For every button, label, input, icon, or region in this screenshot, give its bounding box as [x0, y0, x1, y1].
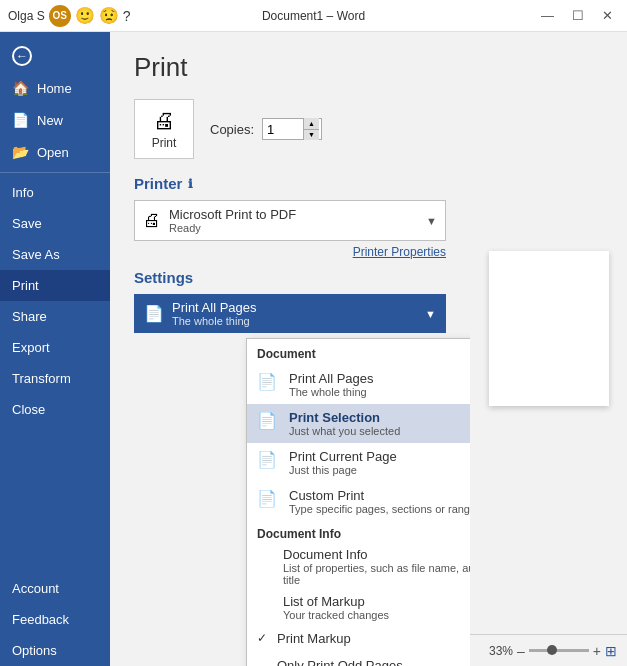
- print-options-dropdown: Document 📄 Print All Pages The whole thi…: [246, 338, 470, 666]
- custom-print-option[interactable]: 📄 Custom Print Type specific pages, sect…: [247, 482, 470, 521]
- zoom-slider[interactable]: [529, 649, 589, 652]
- sidebar-label-print: Print: [12, 278, 39, 293]
- print-current-title: Print Current Page: [289, 449, 470, 464]
- print-all-pages-option[interactable]: 📄 Print All Pages The whole thing: [247, 365, 470, 404]
- settings-dropdown[interactable]: 📄 Print All Pages The whole thing ▼: [134, 294, 446, 333]
- print-markup-text: Print Markup: [277, 631, 470, 646]
- print-current-page-option[interactable]: 📄 Print Current Page Just this page: [247, 443, 470, 482]
- print-markup-checkmark: ✓: [257, 631, 273, 645]
- settings-sub-label: The whole thing: [172, 315, 425, 327]
- print-all-icon: 📄: [257, 372, 281, 391]
- content-area: Print 🖨 Print Copies: ▲ ▼: [110, 32, 627, 666]
- print-current-icon: 📄: [257, 450, 281, 469]
- printer-selector[interactable]: 🖨 Microsoft Print to PDF Ready ▼: [134, 200, 446, 241]
- sidebar-item-share[interactable]: Share: [0, 301, 110, 332]
- sidebar-item-close[interactable]: Close: [0, 394, 110, 425]
- print-panel: Print 🖨 Print Copies: ▲ ▼: [110, 32, 470, 666]
- document-section-header: Document: [247, 339, 470, 365]
- custom-print-desc: Type specific pages, sections or ranges: [289, 503, 470, 515]
- sidebar-label-options: Options: [12, 643, 57, 658]
- window-title: Document1 – Word: [262, 9, 365, 23]
- sidebar-item-open[interactable]: 📂 Open: [0, 136, 110, 168]
- print-button[interactable]: 🖨 Print: [134, 99, 194, 159]
- sidebar-item-export[interactable]: Export: [0, 332, 110, 363]
- settings-dropdown-text: Print All Pages The whole thing: [172, 300, 425, 327]
- custom-print-text: Custom Print Type specific pages, sectio…: [289, 488, 470, 515]
- home-icon: 🏠: [12, 80, 29, 96]
- sidebar-divider: [0, 172, 110, 173]
- user-area: Olga S OS 🙂 😟 ?: [8, 5, 130, 27]
- odd-pages-option[interactable]: Only Print Odd Pages: [247, 652, 470, 666]
- help-icon[interactable]: ?: [123, 8, 131, 24]
- copies-down-button[interactable]: ▼: [303, 130, 319, 141]
- print-all-text: Print All Pages The whole thing: [289, 371, 470, 398]
- document-info-option[interactable]: Document Info List of properties, such a…: [247, 543, 470, 590]
- close-window-button[interactable]: ✕: [596, 6, 619, 25]
- zoom-in-button[interactable]: +: [593, 643, 601, 659]
- doc-info-section-header: Document Info: [247, 521, 470, 543]
- user-name: Olga S: [8, 9, 45, 23]
- copies-up-button[interactable]: ▲: [303, 118, 319, 130]
- avatar: OS: [49, 5, 71, 27]
- sidebar: ← 🏠 Home 📄 New 📂 Open Info Save Save As …: [0, 32, 110, 666]
- print-btn-label: Print: [152, 136, 177, 150]
- list-markup-desc: Your tracked changes: [283, 609, 470, 621]
- odd-pages-text: Only Print Odd Pages: [277, 658, 470, 666]
- sidebar-label-close: Close: [12, 402, 45, 417]
- printer-icon: 🖨: [153, 108, 175, 134]
- zoom-control: 33% – + ⊞: [489, 643, 617, 659]
- sidebar-item-save-as[interactable]: Save As: [0, 239, 110, 270]
- copies-spinner: ▲ ▼: [303, 118, 319, 140]
- sidebar-item-print[interactable]: Print: [0, 270, 110, 301]
- sidebar-label-open: Open: [37, 145, 69, 160]
- sidebar-label-info: Info: [12, 185, 34, 200]
- sidebar-label-share: Share: [12, 309, 47, 324]
- sidebar-label-account: Account: [12, 581, 59, 596]
- sidebar-item-save[interactable]: Save: [0, 208, 110, 239]
- document-info-text: Document Info List of properties, such a…: [283, 547, 470, 586]
- sidebar-item-info[interactable]: Info: [0, 177, 110, 208]
- sidebar-label-save: Save: [12, 216, 42, 231]
- list-of-markup-option[interactable]: List of Markup Your tracked changes: [247, 590, 470, 625]
- print-selection-desc: Just what you selected: [289, 425, 470, 437]
- app-body: ← 🏠 Home 📄 New 📂 Open Info Save Save As …: [0, 32, 627, 666]
- print-selection-icon: 📄: [257, 411, 281, 430]
- sidebar-item-options[interactable]: Options: [0, 635, 110, 666]
- print-markup-label: Print Markup: [277, 631, 470, 646]
- maximize-button[interactable]: ☐: [566, 6, 590, 25]
- print-selection-option[interactable]: 📄 Print Selection Just what you selected: [247, 404, 470, 443]
- print-preview-area: [470, 32, 627, 634]
- printer-name: Microsoft Print to PDF: [169, 207, 426, 222]
- back-button[interactable]: ←: [0, 40, 110, 72]
- sidebar-item-account[interactable]: Account: [0, 573, 110, 604]
- page-title: Print: [134, 52, 446, 83]
- custom-print-title: Custom Print: [289, 488, 470, 503]
- print-selection-title: Print Selection: [289, 410, 470, 425]
- sidebar-item-new[interactable]: 📄 New: [0, 104, 110, 136]
- copies-input[interactable]: [263, 122, 303, 137]
- print-selection-text: Print Selection Just what you selected: [289, 410, 470, 437]
- print-button-area: 🖨 Print Copies: ▲ ▼: [134, 99, 446, 159]
- list-markup-title: List of Markup: [283, 594, 470, 609]
- settings-dropdown-arrow-icon: ▼: [425, 308, 436, 320]
- info-icon[interactable]: ℹ: [188, 177, 193, 191]
- print-markup-option[interactable]: ✓ Print Markup: [247, 625, 470, 652]
- zoom-out-button[interactable]: –: [517, 643, 525, 659]
- back-arrow-icon: ←: [12, 46, 32, 66]
- sidebar-item-home[interactable]: 🏠 Home: [0, 72, 110, 104]
- sidebar-label-new: New: [37, 113, 63, 128]
- sidebar-item-transform[interactable]: Transform: [0, 363, 110, 394]
- zoom-percent-label: 33%: [489, 644, 513, 658]
- sidebar-label-home: Home: [37, 81, 72, 96]
- open-icon: 📂: [12, 144, 29, 160]
- minimize-button[interactable]: —: [535, 6, 560, 25]
- sidebar-item-feedback[interactable]: Feedback: [0, 604, 110, 635]
- custom-print-icon: 📄: [257, 489, 281, 508]
- printer-properties-link[interactable]: Printer Properties: [134, 245, 446, 259]
- fit-page-button[interactable]: ⊞: [605, 643, 617, 659]
- print-current-desc: Just this page: [289, 464, 470, 476]
- preview-page: [489, 251, 609, 406]
- sidebar-label-export: Export: [12, 340, 50, 355]
- emoji-happy-icon[interactable]: 🙂: [75, 6, 95, 25]
- emoji-sad-icon[interactable]: 😟: [99, 6, 119, 25]
